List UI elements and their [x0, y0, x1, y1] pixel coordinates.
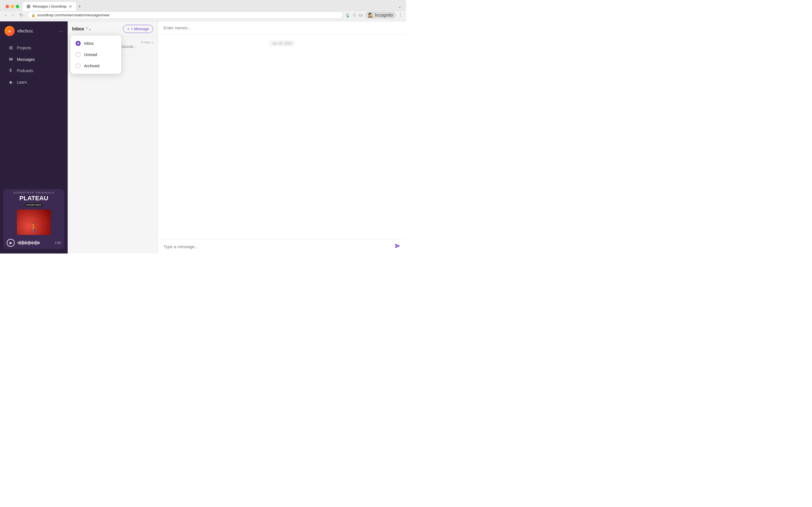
wave-bar	[32, 241, 33, 245]
dropdown-item-unread[interactable]: Unread	[70, 49, 121, 60]
browser-toolbar: ‹ › ↻ 🔒 soundtrap.com/home/creator/messa…	[0, 11, 406, 21]
wave-bar	[20, 241, 20, 245]
back-btn[interactable]: ‹	[3, 11, 8, 19]
originals-subtitle: SOUND PACK	[26, 203, 42, 207]
sidebar-item-projects[interactable]: ⊞ Projects	[2, 42, 65, 53]
wave-bar	[18, 241, 19, 244]
sidebar-panel-icon[interactable]: ▭	[359, 12, 363, 18]
message-time: 5 mins :)	[141, 41, 153, 44]
dropdown-item-inbox[interactable]: Inbox	[70, 38, 121, 49]
originals-label: SOUNDTRAP ORIGINALS	[3, 189, 64, 195]
url-text: soundtrap.com/home/creator/messages/new	[37, 13, 339, 17]
wave-bar	[23, 241, 24, 244]
active-tab[interactable]: Messages | Soundtrap ✕	[22, 2, 76, 11]
wave-bar	[35, 241, 35, 244]
sidebar-label-podcasts: Podcasts	[17, 68, 33, 73]
tab-close-btn[interactable]: ✕	[69, 4, 72, 9]
messages-icon: ✉	[8, 57, 13, 62]
new-message-label: + Message	[131, 27, 149, 31]
chat-header	[158, 21, 406, 35]
close-window-btn[interactable]	[6, 5, 9, 8]
sidebar-label-learn: Learn	[17, 80, 27, 84]
album-figure: 🚶	[28, 222, 40, 233]
chat-footer	[158, 239, 406, 253]
wave-bar	[17, 242, 18, 244]
menu-icon[interactable]: ⋮	[398, 12, 403, 18]
radio-unread	[75, 52, 81, 57]
address-bar[interactable]: 🔒 soundtrap.com/home/creator/messages/ne…	[27, 11, 343, 19]
sidebar-item-messages[interactable]: ✉ Messages	[2, 54, 65, 65]
inbox-label: Inbox	[72, 26, 84, 32]
minimize-window-btn[interactable]	[11, 5, 14, 8]
app: e efec5ccc ··· ⊞ Projects ✉ Messages 🎙 P…	[0, 21, 406, 253]
duration: 1:55	[55, 241, 61, 244]
originals-title: PLATEAU	[3, 195, 64, 202]
dropdown-item-archived[interactable]: Archived	[70, 60, 121, 71]
sidebar-user: e efec5ccc ···	[0, 21, 68, 40]
wave-bar	[38, 241, 39, 244]
cast-icon[interactable]: 📡	[345, 13, 350, 17]
sidebar-label-messages: Messages	[17, 57, 35, 62]
bookmark-icon[interactable]: ☆	[352, 12, 356, 18]
reload-btn[interactable]: ↻	[18, 11, 25, 19]
sidebar-nav: ⊞ Projects ✉ Messages 🎙 Podcasts ◈ Learn	[0, 40, 68, 189]
wave-bar	[31, 242, 32, 244]
wave-bar	[36, 240, 36, 245]
date-label: Jan 26, 2023	[269, 40, 295, 47]
sidebar-item-learn[interactable]: ◈ Learn	[2, 76, 65, 88]
incognito-icon: 🕵	[368, 12, 373, 18]
incognito-label: Incognito	[375, 13, 393, 18]
messages-header: Inbox ⌃⌄ + + Message	[68, 21, 158, 37]
radio-inbox	[75, 41, 81, 46]
play-btn[interactable]: ▶	[7, 239, 15, 247]
more-options-btn[interactable]: ···	[59, 28, 63, 34]
names-input[interactable]	[163, 25, 400, 30]
wave-bar	[39, 242, 40, 244]
wave-bar	[28, 241, 29, 244]
wave-bar	[30, 241, 31, 244]
dropdown-label-inbox: Inbox	[84, 41, 94, 46]
maximize-window-btn[interactable]	[16, 5, 19, 8]
message-input[interactable]	[163, 244, 395, 249]
incognito-badge: 🕵 Incognito	[365, 11, 396, 18]
waveform	[17, 240, 52, 245]
sidebar: e efec5ccc ··· ⊞ Projects ✉ Messages 🎙 P…	[0, 21, 68, 253]
player-controls: ▶	[3, 237, 64, 249]
chat-body: Jan 26, 2023	[158, 35, 406, 239]
send-btn[interactable]	[395, 243, 400, 250]
wave-bar	[22, 240, 23, 245]
plus-icon: +	[127, 27, 130, 31]
browser-chrome: Messages | Soundtrap ✕ + ⌄ ‹ › ↻ 🔒 sound…	[0, 0, 406, 21]
album-art: 🚶	[17, 210, 51, 235]
browser-actions: 📡 ☆ ▭ 🕵 Incognito ⋮	[345, 11, 403, 18]
projects-icon: ⊞	[8, 45, 13, 50]
new-tab-btn[interactable]: +	[76, 2, 83, 11]
chat-panel: Jan 26, 2023	[158, 21, 406, 253]
wave-bar	[29, 241, 30, 245]
chevron-icon: ⌃⌄	[86, 27, 91, 31]
wave-bar	[27, 242, 28, 244]
wave-bar	[37, 242, 38, 244]
tab-favicon	[27, 4, 31, 8]
learn-icon: ◈	[8, 79, 13, 85]
wave-bar	[33, 242, 34, 244]
podcasts-icon: 🎙	[8, 68, 13, 73]
messages-panel: Inbox ⌃⌄ + + Message Inbox Unread	[68, 21, 158, 253]
username: efec5ccc	[17, 29, 33, 33]
radio-inner	[77, 43, 79, 44]
tab-list-btn[interactable]: ⌄	[398, 4, 404, 9]
sidebar-bottom: SOUNDTRAP ORIGINALS PLATEAU SOUND PACK 🚶…	[0, 189, 68, 253]
inbox-selector[interactable]: Inbox ⌃⌄	[72, 26, 91, 32]
new-message-btn[interactable]: + + Message	[123, 25, 153, 33]
window-controls	[2, 2, 22, 11]
originals-card[interactable]: SOUNDTRAP ORIGINALS PLATEAU SOUND PACK 🚶…	[3, 189, 64, 249]
dropdown-label-archived: Archived	[84, 64, 99, 68]
dropdown-menu: Inbox Unread Archived	[70, 36, 121, 74]
wave-bar	[21, 242, 22, 244]
wave-bar	[26, 241, 26, 245]
lock-icon: 🔒	[31, 13, 36, 17]
sidebar-item-podcasts[interactable]: 🎙 Podcasts	[2, 65, 65, 76]
sidebar-label-projects: Projects	[17, 46, 31, 50]
forward-btn[interactable]: ›	[10, 11, 15, 19]
avatar: e	[4, 26, 15, 36]
